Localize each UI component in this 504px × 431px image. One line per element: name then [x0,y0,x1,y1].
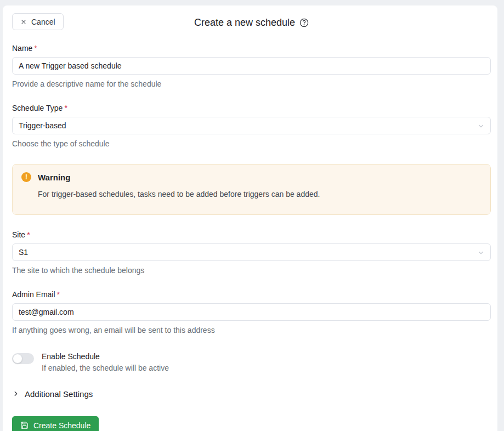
name-label: Name* [12,44,491,53]
field-name: Name* Provide a descriptive name for the… [12,44,491,88]
required-asterisk: * [27,230,30,239]
enable-schedule-help-text: If enabled, the schedule will be active [42,364,169,372]
site-select[interactable]: S1 [12,243,491,261]
field-schedule-type: Schedule Type* Trigger-based Choose the … [12,104,491,148]
additional-settings-label: Additional Settings [25,389,93,399]
admin-email-help-text: If anything goes wrong, an email will be… [12,326,491,334]
help-question-icon[interactable] [299,18,309,27]
site-selected-value: S1 [19,248,28,257]
cancel-button-label: Cancel [31,18,55,26]
schedule-type-label-text: Schedule Type [12,104,63,112]
site-help-text: The site to which the schedule belongs [12,266,491,275]
site-label-text: Site [12,230,25,239]
warning-message: For trigger-based schedules, tasks need … [38,189,482,200]
required-asterisk: * [64,104,67,112]
enable-schedule-row: Enable Schedule If enabled, the schedule… [12,352,491,372]
save-icon [20,421,29,429]
cancel-button[interactable]: Cancel [12,13,64,30]
form-header: Cancel Create a new schedule [12,14,491,31]
required-asterisk: * [34,44,37,53]
schedule-type-selected-value: Trigger-based [19,121,66,130]
schedule-type-help-text: Choose the type of schedule [12,139,491,148]
additional-settings-toggle[interactable]: Additional Settings [12,389,93,399]
warning-icon: ! [21,172,31,182]
field-site: Site* S1 The site to which the schedule … [12,230,491,275]
create-schedule-form: Cancel Create a new schedule Name* Provi… [3,5,497,431]
required-asterisk: * [57,290,60,299]
close-icon [20,19,27,25]
page-title: Create a new schedule [194,17,295,29]
admin-email-label-text: Admin Email [12,290,55,299]
name-label-text: Name [12,44,32,53]
schedule-type-select[interactable]: Trigger-based [12,117,491,134]
create-schedule-button-label: Create Schedule [33,421,90,430]
enable-schedule-label: Enable Schedule [42,352,169,361]
admin-email-label: Admin Email* [12,290,491,299]
create-schedule-button[interactable]: Create Schedule [12,416,99,431]
chevron-down-icon [477,122,485,132]
toggle-knob [13,354,22,364]
warning-title: Warning [38,173,70,182]
enable-schedule-toggle[interactable] [12,353,34,364]
warning-alert: ! Warning For trigger-based schedules, t… [12,164,491,215]
name-help-text: Provide a descriptive name for the sched… [12,80,491,88]
schedule-type-label: Schedule Type* [12,104,491,112]
chevron-right-icon [12,390,20,398]
field-admin-email: Admin Email* If anything goes wrong, an … [12,290,491,334]
site-label: Site* [12,230,491,239]
admin-email-input[interactable] [12,303,491,321]
name-input[interactable] [12,57,491,75]
chevron-down-icon [477,249,485,258]
